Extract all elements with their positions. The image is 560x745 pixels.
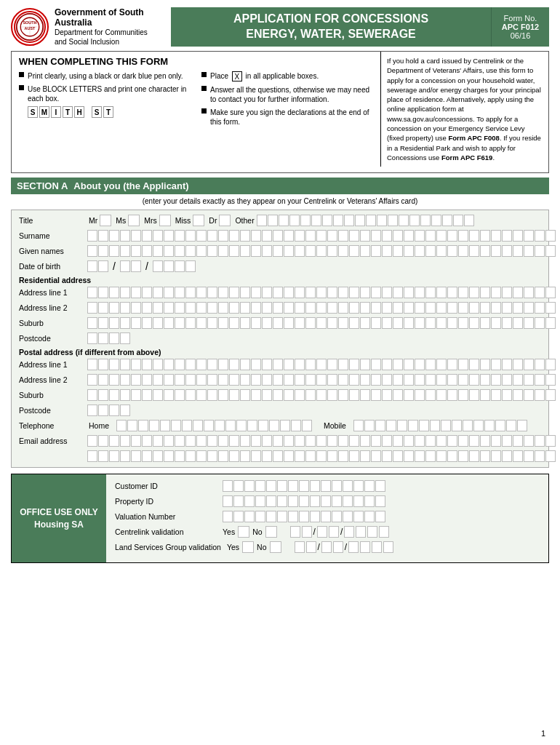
land-services-yn: Yes No xyxy=(227,541,281,553)
ms-checkbox[interactable] xyxy=(128,215,140,226)
header: SOUTH AUST Government of South Australia… xyxy=(11,7,549,47)
sa-logo: SOUTH AUST xyxy=(11,8,49,46)
res-postcode-cells xyxy=(87,332,130,344)
post-suburb-cells xyxy=(87,389,556,401)
surname-row: Surname xyxy=(19,230,541,242)
section-a-form: Title Mr Ms Mrs Miss Dr xyxy=(11,210,549,468)
title-miss: Miss xyxy=(175,215,205,226)
residential-label: Residential address xyxy=(19,276,541,284)
dob-month-cells xyxy=(120,260,141,272)
inner-form: Title Mr Ms Mrs Miss Dr xyxy=(12,210,548,467)
logo-inner: SOUTH AUST xyxy=(14,11,46,43)
home-phone-cells xyxy=(116,420,312,431)
completing-items: Print clearly, using a black or dark blu… xyxy=(19,71,373,130)
post-postcode-cells xyxy=(87,405,130,416)
section-a-header: SECTION A About you (the Applicant) xyxy=(11,178,549,194)
given-names-row: Given names xyxy=(19,245,541,257)
form-number-box: Form No. APC F012 06/16 xyxy=(491,7,549,47)
email-row: Email address xyxy=(19,435,541,447)
app-title: APPLICATION FOR CONCESSIONS ENERGY, WATE… xyxy=(233,12,428,42)
property-id-cells xyxy=(223,495,385,507)
office-fields: Customer ID Property ID Valuation Number xyxy=(106,474,548,562)
land-services-yes[interactable] xyxy=(242,541,254,553)
svg-text:AUST: AUST xyxy=(25,26,36,31)
post-addr2-cells xyxy=(87,374,556,386)
telephone-row: Telephone Home Mobile xyxy=(19,420,541,431)
bullet-3: Place X in all applicable boxes. xyxy=(201,71,373,81)
bullet-sq-1 xyxy=(19,72,24,77)
gov-name: Government of South Australia xyxy=(55,7,171,28)
res-addr2-row: Address line 2 xyxy=(19,302,541,314)
bullet-sq-3 xyxy=(201,72,207,77)
dr-checkbox[interactable] xyxy=(219,215,231,226)
header-gov-text: Government of South Australia Department… xyxy=(55,7,171,47)
section-a-subtitle: (enter your details exactly as they appe… xyxy=(11,197,549,205)
res-postcode-row: Postcode xyxy=(19,332,541,344)
other-cells xyxy=(257,215,474,226)
mrs-checkbox[interactable] xyxy=(159,215,171,226)
res-suburb-row: Suburb xyxy=(19,317,541,329)
centrelink-row: Centrelink validation Yes No / / xyxy=(115,526,540,538)
example-chars: S M I T H S T xyxy=(28,106,113,118)
valuation-cells xyxy=(223,511,385,522)
email-row-2 xyxy=(19,450,541,462)
customer-id-row: Customer ID xyxy=(115,480,540,492)
land-services-row: Land Services Group validation Yes No / … xyxy=(115,541,540,553)
post-addr2-row: Address line 2 xyxy=(19,374,541,386)
title-ms: Ms xyxy=(116,215,140,226)
given-names-cells xyxy=(87,245,556,257)
res-addr2-cells xyxy=(87,302,556,314)
dob-day-cells xyxy=(87,260,108,272)
land-services-date: / / xyxy=(295,541,394,553)
bullet-2: Use BLOCK LETTERS and print one characte… xyxy=(19,84,191,118)
completing-col-right: Place X in all applicable boxes. Answer … xyxy=(201,71,373,130)
x-checkbox: X xyxy=(232,71,242,81)
completing-left: WHEN COMPLETING THIS FORM Print clearly,… xyxy=(12,52,381,167)
dob-year-cells xyxy=(153,260,196,272)
header-logo-section: SOUTH AUST Government of South Australia… xyxy=(11,7,171,47)
bullet-5: Make sure you sign the declarations at t… xyxy=(201,108,373,127)
completing-right: If you hold a card issued by Centrelink … xyxy=(381,52,548,167)
surname-cells xyxy=(87,230,556,242)
postal-note: Postal address (if different from above) xyxy=(19,348,541,356)
centrelink-date: / / xyxy=(290,526,390,538)
mobile-phone-cells xyxy=(353,420,527,431)
valuation-row: Valuation Number xyxy=(115,511,540,522)
centrelink-yes[interactable] xyxy=(238,526,249,538)
completing-title: WHEN COMPLETING THIS FORM xyxy=(19,56,373,67)
title-other: Other xyxy=(235,215,473,226)
post-suburb-row: Suburb xyxy=(19,389,541,401)
customer-id-cells xyxy=(223,480,385,492)
bullet-sq-4 xyxy=(201,86,207,91)
completing-section: WHEN COMPLETING THIS FORM Print clearly,… xyxy=(11,51,549,173)
office-use-label: OFFICE USE ONLY Housing SA xyxy=(12,474,106,562)
bullet-1: Print clearly, using a black or dark blu… xyxy=(19,71,191,81)
email-cells xyxy=(87,435,556,447)
mr-checkbox[interactable] xyxy=(100,215,111,226)
res-addr1-cells xyxy=(87,287,556,298)
title-row: Title Mr Ms Mrs Miss Dr xyxy=(19,215,541,226)
post-addr1-row: Address line 1 xyxy=(19,359,541,370)
bullet-sq-2 xyxy=(19,85,24,90)
res-addr1-row: Address line 1 xyxy=(19,287,541,298)
page-number: 1 xyxy=(541,729,545,738)
bullet-4: Answer all the questions, otherwise we m… xyxy=(201,85,373,104)
completing-col-left: Print clearly, using a black or dark blu… xyxy=(19,71,191,130)
office-use-section: OFFICE USE ONLY Housing SA Customer ID P… xyxy=(11,474,549,563)
email-cells-2 xyxy=(87,450,556,462)
land-services-no[interactable] xyxy=(270,541,281,553)
dept-name: Department for Communities and Social In… xyxy=(55,28,171,47)
title-mrs: Mrs xyxy=(144,215,171,226)
centrelink-no[interactable] xyxy=(265,526,277,538)
dob-row: Date of birth / / xyxy=(19,260,541,272)
post-postcode-row: Postcode xyxy=(19,405,541,416)
title-mr: Mr xyxy=(89,215,111,226)
page: SOUTH AUST Government of South Australia… xyxy=(0,0,560,745)
app-title-box: APPLICATION FOR CONCESSIONS ENERGY, WATE… xyxy=(171,7,491,47)
title-dr: Dr xyxy=(209,215,231,226)
post-addr1-cells xyxy=(87,359,556,370)
miss-checkbox[interactable] xyxy=(193,215,204,226)
res-suburb-cells xyxy=(87,317,556,329)
property-id-row: Property ID xyxy=(115,495,540,507)
bullet-sq-5 xyxy=(201,108,207,113)
